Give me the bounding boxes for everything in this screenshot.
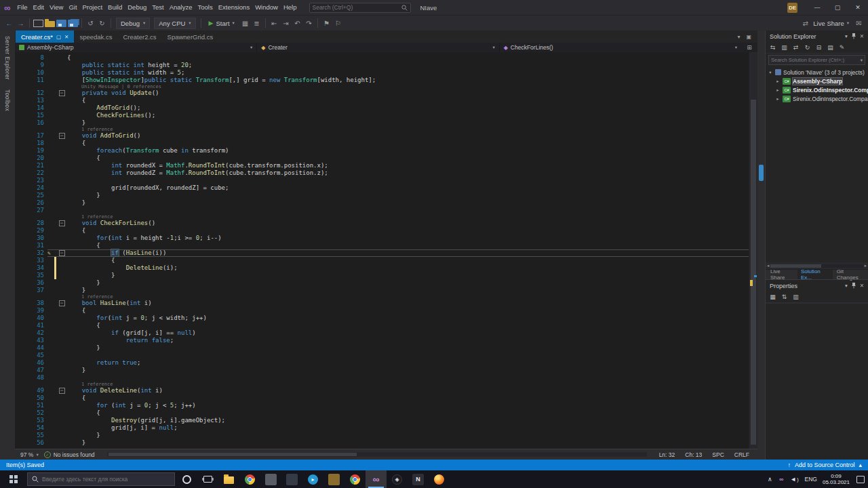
code-text[interactable]: if (HasLine(i)): [67, 249, 749, 257]
fold-margin[interactable]: [58, 294, 66, 300]
fold-margin[interactable]: [58, 177, 66, 184]
code-text[interactable]: grid[j, i] = null;: [67, 424, 749, 432]
breakpoint-margin[interactable]: [15, 77, 27, 84]
code-line-42[interactable]: 42 if (grid[j, i] == null): [15, 329, 749, 337]
code-text[interactable]: }: [67, 119, 749, 127]
breakpoint-margin[interactable]: [15, 249, 27, 257]
maximize-button[interactable]: ▢: [827, 0, 848, 15]
code-text[interactable]: AddToGrid();: [67, 104, 749, 112]
close-icon[interactable]: ✕: [64, 34, 68, 40]
code-text[interactable]: }: [67, 272, 749, 279]
fold-margin[interactable]: [58, 77, 66, 84]
code-text[interactable]: return false;: [67, 337, 749, 344]
show-all-files-icon[interactable]: ▤: [827, 43, 834, 52]
code-text[interactable]: {: [67, 322, 749, 329]
navigate-forward-icon[interactable]: →: [16, 18, 26, 28]
type-dropdown[interactable]: ◆ Creater ▾: [257, 43, 499, 52]
breakpoint-margin[interactable]: [15, 192, 27, 199]
breakpoint-margin[interactable]: [15, 147, 27, 155]
breakpoint-margin[interactable]: [15, 409, 27, 417]
menu-git[interactable]: Git: [66, 0, 79, 15]
close-icon[interactable]: ✕: [860, 33, 864, 39]
breakpoint-margin[interactable]: [15, 300, 27, 307]
hidden-icons-chevron[interactable]: ∧: [766, 475, 773, 483]
zoom-dropdown[interactable]: 97 % ▾: [20, 451, 39, 458]
fold-margin[interactable]: [58, 382, 66, 387]
fold-margin[interactable]: –: [58, 220, 66, 227]
code-text[interactable]: {: [67, 227, 749, 235]
splitter-grip[interactable]: [759, 165, 764, 181]
breakpoint-margin[interactable]: [15, 294, 27, 300]
code-text[interactable]: {: [67, 97, 749, 104]
solution-platforms-dropdown[interactable]: Any CPU ▾: [154, 18, 195, 29]
code-line-13[interactable]: 13 {: [15, 97, 749, 104]
breakpoint-margin[interactable]: [15, 432, 27, 439]
fold-margin[interactable]: [58, 62, 66, 69]
fold-margin[interactable]: –: [58, 132, 66, 140]
breakpoint-margin[interactable]: [15, 374, 27, 382]
code-line-29[interactable]: 29 {: [15, 227, 749, 235]
breakpoint-margin[interactable]: [15, 314, 27, 322]
fold-margin[interactable]: [58, 367, 66, 374]
switch-views-icon[interactable]: ⇆: [769, 43, 776, 52]
code-text[interactable]: [67, 374, 749, 382]
navigate-backward-icon[interactable]: ↶: [292, 18, 302, 28]
menu-edit[interactable]: Edit: [31, 0, 47, 15]
code-text[interactable]: {: [67, 140, 749, 147]
solution-explorer-search-input[interactable]: [771, 57, 859, 63]
panel-tab-git-changes[interactable]: Git Changes: [833, 270, 867, 279]
code-line-24[interactable]: 24 grid[roundedX, roundedZ] = cube;: [15, 184, 749, 192]
menu-view[interactable]: View: [47, 0, 66, 15]
collapse-icon[interactable]: –: [59, 90, 65, 96]
breakpoint-margin[interactable]: [15, 54, 27, 62]
breakpoint-margin[interactable]: [15, 132, 27, 140]
fold-margin[interactable]: [58, 84, 66, 89]
code-text[interactable]: }: [67, 432, 749, 439]
breakpoint-margin[interactable]: [15, 287, 27, 294]
quick-search-input[interactable]: [313, 4, 399, 11]
fold-margin[interactable]: [58, 207, 66, 214]
code-line-20[interactable]: 20 {: [15, 155, 749, 162]
property-pages-icon[interactable]: ▥: [792, 293, 800, 302]
breakpoint-margin[interactable]: [15, 402, 27, 409]
fold-margin[interactable]: [58, 279, 66, 287]
fold-margin[interactable]: [58, 192, 66, 199]
breakpoint-margin[interactable]: [15, 359, 27, 367]
code-line-12[interactable]: 12– private void Update(): [15, 89, 749, 97]
cortana-icon[interactable]: [176, 470, 197, 488]
vertical-scrollbar[interactable]: [749, 52, 757, 449]
fold-margin[interactable]: [58, 199, 66, 207]
fold-margin[interactable]: –: [58, 387, 66, 394]
code-line-37[interactable]: 37 }: [15, 287, 749, 294]
collapsed-icon[interactable]: ▸: [775, 96, 781, 102]
save-icon[interactable]: [56, 20, 66, 27]
fold-margin[interactable]: [58, 337, 66, 344]
step-back-icon[interactable]: ⇤: [269, 18, 279, 28]
code-line-47[interactable]: 47 }: [15, 367, 749, 374]
menu-file[interactable]: File: [14, 0, 30, 15]
pin-icon[interactable]: [851, 33, 856, 39]
close-button[interactable]: ✕: [848, 0, 868, 15]
app-icon-2[interactable]: [281, 470, 302, 488]
code-line-8[interactable]: 8{: [15, 54, 749, 62]
code-text[interactable]: }: [67, 367, 749, 374]
code-text[interactable]: CheckForLines();: [67, 112, 749, 119]
save-all-icon[interactable]: [68, 20, 78, 27]
add-to-source-control-button[interactable]: Add to Source Control: [795, 462, 855, 468]
volume-icon[interactable]: ◄: [789, 475, 799, 483]
collapse-icon[interactable]: –: [59, 388, 65, 394]
menu-help[interactable]: Help: [281, 0, 300, 15]
collapsed-icon[interactable]: ▸: [775, 79, 781, 84]
breakpoint-margin[interactable]: [15, 352, 27, 359]
taskbar-search-input[interactable]: [42, 476, 170, 483]
code-text[interactable]: [67, 177, 749, 184]
panel-splitter[interactable]: [757, 30, 765, 460]
fold-margin[interactable]: [58, 112, 66, 119]
start-button[interactable]: [0, 470, 27, 488]
open-file-icon[interactable]: [45, 21, 55, 27]
code-line-16[interactable]: 16 }: [15, 119, 749, 127]
code-line-49[interactable]: 49– void DeleteLine(int i): [15, 387, 749, 394]
breakpoint-margin[interactable]: [15, 257, 27, 264]
horizontal-scrollbar[interactable]: [107, 452, 647, 457]
fold-margin[interactable]: [58, 147, 66, 155]
